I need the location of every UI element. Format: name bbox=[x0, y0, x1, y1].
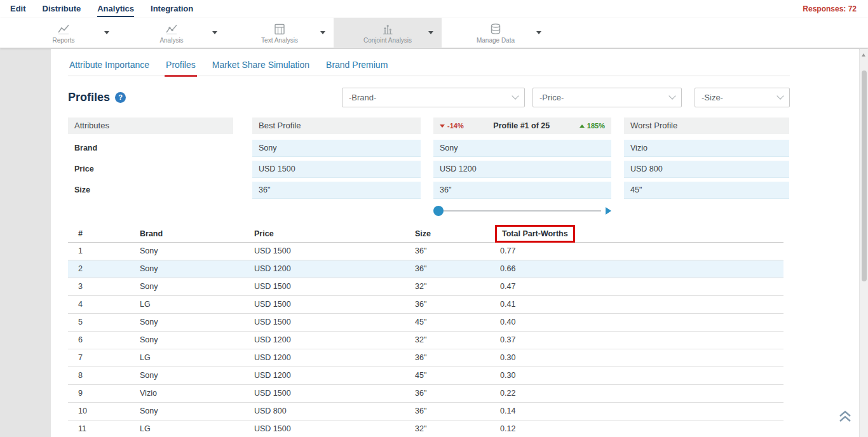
table-cell: 0.77 bbox=[490, 242, 783, 260]
table-cell: USD 1200 bbox=[244, 366, 405, 384]
dropdown-caret-icon[interactable] bbox=[104, 31, 109, 34]
page-header: Profiles ? -Brand- -Price- -Size- bbox=[68, 87, 790, 107]
current-profile-header: -14% Profile #1 of 25 185% bbox=[433, 118, 611, 134]
tab-brand-premium[interactable]: Brand Premium bbox=[325, 60, 389, 76]
price-filter-dropdown[interactable]: -Price- bbox=[532, 88, 682, 107]
table-row[interactable]: 9VizioUSD 150036"0.22 bbox=[68, 384, 783, 402]
conjoint-subtabs: Attribute Importance Profiles Market Sha… bbox=[68, 49, 790, 76]
attribute-label: Brand bbox=[68, 140, 233, 157]
table-cell: Sony bbox=[130, 260, 244, 278]
scrollbar-up-arrow-icon[interactable] bbox=[862, 53, 865, 57]
scroll-to-top-button[interactable] bbox=[837, 410, 853, 426]
tab-market-share-simulation[interactable]: Market Share Simulation bbox=[211, 60, 311, 76]
annotation-box: Total Part-Worths bbox=[495, 225, 575, 243]
table-cell: USD 1500 bbox=[244, 242, 405, 260]
table-header-row: # Brand Price Size Total Part-Worths bbox=[68, 225, 783, 242]
module-conjoint-analysis[interactable]: Conjoint Analysis bbox=[334, 18, 442, 48]
table-cell: USD 1200 bbox=[244, 260, 405, 278]
table-cell: Sony bbox=[130, 366, 244, 384]
nav-item-edit[interactable]: Edit bbox=[10, 1, 26, 17]
table-row[interactable]: 6SonyUSD 120032"0.37 bbox=[68, 331, 783, 349]
profile-value: 45" bbox=[624, 182, 789, 199]
line-chart-icon bbox=[57, 22, 71, 36]
attributes-header: Attributes bbox=[68, 118, 233, 134]
delta-down: -14% bbox=[440, 118, 464, 134]
part-worths-table: # Brand Price Size Total Part-Worths 1So… bbox=[68, 225, 783, 437]
table-header-number[interactable]: # bbox=[68, 225, 130, 242]
attributes-column: Attributes Brand Price Size bbox=[68, 118, 233, 219]
tab-profiles[interactable]: Profiles bbox=[165, 60, 197, 76]
nav-item-distribute[interactable]: Distribute bbox=[43, 1, 81, 17]
table-cell: USD 1200 bbox=[244, 349, 405, 366]
table-header-size[interactable]: Size bbox=[405, 225, 490, 242]
table-cell: LG bbox=[130, 420, 244, 437]
chevron-double-up-icon bbox=[837, 410, 853, 423]
slider-handle[interactable] bbox=[433, 206, 444, 216]
dropdown-caret-icon[interactable] bbox=[212, 31, 217, 34]
table-row[interactable]: 8SonyUSD 120045"0.30 bbox=[68, 366, 783, 384]
table-row[interactable]: 4LGUSD 150036"0.41 bbox=[68, 295, 783, 313]
table-cell: USD 1200 bbox=[244, 331, 405, 349]
filter-dropdowns: -Brand- -Price- -Size- bbox=[342, 88, 790, 107]
table-cell: 3 bbox=[68, 278, 130, 295]
triangle-down-icon bbox=[440, 124, 445, 128]
size-filter-dropdown[interactable]: -Size- bbox=[695, 88, 790, 107]
table-cell: 0.30 bbox=[490, 366, 783, 384]
table-row[interactable]: 3SonyUSD 150032"0.47 bbox=[68, 278, 783, 295]
profile-counter: Profile #1 of 25 bbox=[493, 118, 550, 134]
dropdown-value: -Price- bbox=[539, 93, 666, 102]
table-cell: 0.37 bbox=[490, 331, 783, 349]
module-text-analysis[interactable]: Text Analysis bbox=[226, 18, 334, 48]
scrollbar-thumb[interactable] bbox=[862, 71, 867, 281]
top-navigation: Edit Distribute Analytics Integration Re… bbox=[0, 0, 868, 18]
module-analysis[interactable]: Analysis bbox=[118, 18, 226, 48]
attribute-label: Price bbox=[68, 161, 233, 178]
help-icon[interactable]: ? bbox=[115, 92, 126, 103]
table-row[interactable]: 10SonyUSD 80036"0.14 bbox=[68, 402, 783, 420]
profile-slider bbox=[433, 203, 611, 219]
table-header-brand[interactable]: Brand bbox=[130, 225, 244, 242]
worst-profile-header: Worst Profile bbox=[624, 118, 789, 134]
table-cell: 9 bbox=[68, 384, 130, 402]
brand-filter-dropdown[interactable]: -Brand- bbox=[342, 88, 525, 107]
table-cell: USD 1500 bbox=[244, 384, 405, 402]
delta-up: 185% bbox=[580, 118, 605, 134]
nav-item-integration[interactable]: Integration bbox=[151, 1, 193, 17]
table-cell: Sony bbox=[130, 278, 244, 295]
table-row[interactable]: 2SonyUSD 120036"0.66 bbox=[68, 260, 783, 278]
vertical-scrollbar[interactable] bbox=[860, 49, 868, 437]
table-header-price[interactable]: Price bbox=[244, 225, 405, 242]
table-row[interactable]: 1SonyUSD 150036"0.77 bbox=[68, 242, 783, 260]
table-cell: Vizio bbox=[130, 384, 244, 402]
table-cell: 8 bbox=[68, 366, 130, 384]
analytics-toolbar: Reports Analysis Text Analysis Conjoint … bbox=[0, 18, 868, 48]
dropdown-caret-icon[interactable] bbox=[536, 31, 541, 34]
slider-track[interactable] bbox=[438, 210, 601, 212]
tab-attribute-importance[interactable]: Attribute Importance bbox=[68, 60, 151, 76]
lollipop-chart-icon bbox=[381, 22, 395, 36]
dropdown-caret-icon[interactable] bbox=[428, 31, 433, 34]
table-cell: USD 1500 bbox=[244, 278, 405, 295]
table-cell: 10 bbox=[68, 402, 130, 420]
module-reports[interactable]: Reports bbox=[10, 18, 118, 48]
table-cell: USD 1500 bbox=[244, 420, 405, 437]
profiles-table-body: 1SonyUSD 150036"0.772SonyUSD 120036"0.66… bbox=[68, 242, 783, 437]
module-label: Text Analysis bbox=[261, 37, 298, 44]
table-header-total-part-worths[interactable]: Total Part-Worths bbox=[490, 225, 783, 242]
profile-value: Sony bbox=[252, 140, 421, 157]
table-row[interactable]: 11LGUSD 150032"0.12 bbox=[68, 420, 783, 437]
slider-next-arrow-icon[interactable] bbox=[606, 207, 611, 215]
table-row[interactable]: 7LGUSD 120036"0.30 bbox=[68, 349, 783, 366]
table-cell: 6 bbox=[68, 331, 130, 349]
table-cell: 0.14 bbox=[490, 402, 783, 420]
chevron-down-icon bbox=[668, 92, 675, 99]
table-row[interactable]: 5SonyUSD 150045"0.40 bbox=[68, 313, 783, 331]
module-manage-data[interactable]: Manage Data bbox=[442, 18, 550, 48]
profile-value: USD 1200 bbox=[433, 161, 611, 178]
best-profile-header: Best Profile bbox=[252, 118, 421, 134]
table-cell: 36" bbox=[405, 349, 490, 366]
nav-item-analytics[interactable]: Analytics bbox=[97, 1, 134, 17]
module-label: Reports bbox=[52, 37, 74, 44]
attribute-label: Size bbox=[68, 182, 233, 199]
dropdown-caret-icon[interactable] bbox=[320, 31, 325, 34]
